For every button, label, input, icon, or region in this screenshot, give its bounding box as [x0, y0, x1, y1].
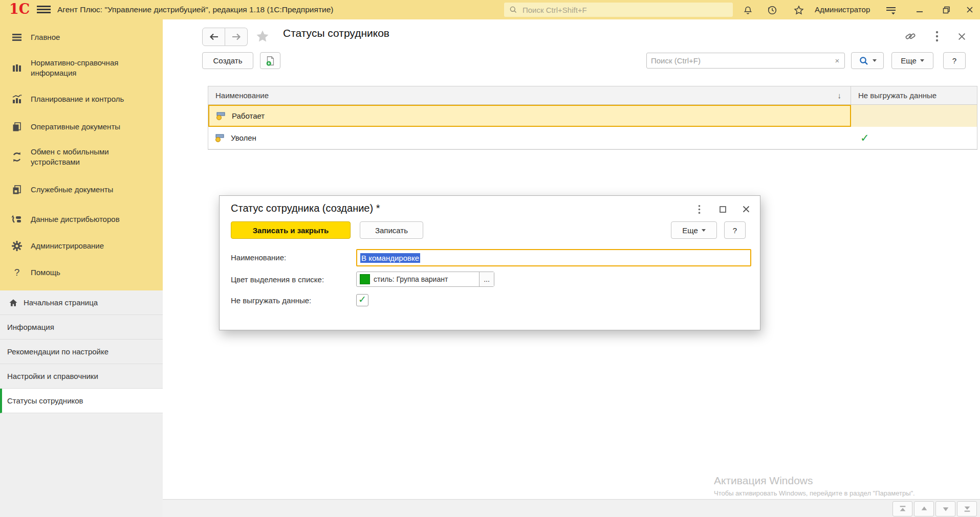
- history-icon[interactable]: [766, 4, 779, 17]
- sidebar-item-distributors-data[interactable]: Данные дистрибьюторов: [0, 206, 163, 233]
- cell-name[interactable]: Работает: [208, 105, 851, 127]
- new-document-icon: [265, 55, 276, 67]
- scroll-to-top-button[interactable]: [892, 501, 912, 516]
- dialog-more-menu-icon[interactable]: [692, 204, 706, 215]
- scroll-up-button[interactable]: [914, 501, 934, 516]
- minimize-icon[interactable]: [912, 3, 927, 16]
- chart-icon: [9, 93, 25, 105]
- sidebar-nav: Начальная страница Информация Рекомендац…: [0, 290, 163, 413]
- sidebar-item-main[interactable]: Главное: [0, 24, 163, 51]
- app-window: 1С Агент Плюс: "Управление дистрибуцией"…: [0, 0, 980, 517]
- column-header-no-upload[interactable]: Не выгружать данные: [851, 86, 977, 104]
- arrow-left-icon: [209, 33, 219, 41]
- cell-no-upload[interactable]: [851, 105, 977, 127]
- color-swatch: [360, 274, 370, 284]
- list-scroll-buttons: [892, 501, 977, 516]
- global-search-input[interactable]: [521, 5, 733, 15]
- more-button[interactable]: Еще: [891, 52, 933, 69]
- chevron-down-icon: [920, 59, 924, 62]
- color-choose-button[interactable]: ...: [479, 272, 494, 286]
- sidebar-item-label: Планирование и контроль: [31, 94, 124, 104]
- sidebar-item-operational-docs[interactable]: Оперативные документы: [0, 114, 163, 140]
- sidebar-item-employee-statuses[interactable]: Статусы сотрудников: [0, 389, 163, 413]
- sidebar-item-home[interactable]: Начальная страница: [0, 290, 163, 315]
- service-menu-icon[interactable]: [884, 4, 898, 17]
- table-header: Наименование ↓ Не выгружать данные: [208, 86, 977, 105]
- global-search[interactable]: [504, 3, 733, 17]
- list-search[interactable]: ×: [646, 53, 845, 69]
- cell-name[interactable]: Уволен: [208, 127, 851, 149]
- sidebar-item-label: Оперативные документы: [31, 122, 120, 132]
- column-header-label: Не выгружать данные: [858, 91, 937, 100]
- table-row[interactable]: Уволен ✓: [208, 127, 977, 149]
- close-panel-icon[interactable]: [954, 29, 969, 43]
- titlebar: 1С Агент Плюс: "Управление дистрибуцией"…: [0, 0, 980, 19]
- restore-icon[interactable]: [939, 3, 954, 16]
- name-field[interactable]: В командировке: [356, 249, 751, 266]
- scroll-to-bottom-button[interactable]: [957, 501, 977, 516]
- save-and-close-button[interactable]: Записать и закрыть: [231, 221, 351, 239]
- catalog-item-icon: [215, 111, 227, 121]
- sidebar-item-label: Обмен с мобильными устройствами: [31, 147, 154, 167]
- create-button[interactable]: Создать: [202, 52, 253, 69]
- no-upload-checkbox[interactable]: ✓: [356, 294, 368, 306]
- sidebar-item-help[interactable]: ? Помощь: [0, 259, 163, 286]
- help-button[interactable]: ?: [943, 52, 966, 69]
- 1c-logo: 1С: [9, 1, 30, 17]
- sidebar-item-mobile-exchange[interactable]: Обмен с мобильными устройствами: [0, 140, 163, 174]
- sidebar-item-label: Главное: [31, 32, 60, 42]
- dialog-more-button[interactable]: Еще: [671, 221, 717, 239]
- sidebar-item-administration[interactable]: Администрирование: [0, 233, 163, 259]
- chevron-down-icon: [702, 229, 706, 232]
- sidebar-item-setup-recommendations[interactable]: Рекомендации по настройке: [0, 340, 163, 364]
- nav-item-label: Статусы сотрудников: [7, 396, 83, 405]
- sidebar-item-planning-control[interactable]: Планирование и контроль: [0, 85, 163, 114]
- favorites-star-icon[interactable]: [792, 4, 805, 17]
- check-icon: ✓: [358, 295, 366, 304]
- dialog-maximize-icon[interactable]: [716, 204, 729, 215]
- sidebar-item-reference-info[interactable]: Нормативно-справочная информация: [0, 51, 163, 85]
- list-search-input[interactable]: [647, 56, 830, 65]
- back-button[interactable]: [202, 28, 225, 46]
- favorite-star-icon[interactable]: [255, 29, 270, 46]
- status-name: Работает: [232, 111, 265, 120]
- documents-icon: [9, 121, 25, 133]
- column-header-label: Наименование: [215, 91, 269, 100]
- clear-search-icon[interactable]: ×: [830, 56, 844, 65]
- nav-item-label: Настройки и справочники: [7, 372, 98, 380]
- dialog-help-button[interactable]: ?: [724, 221, 746, 239]
- scroll-down-button[interactable]: [935, 501, 955, 516]
- close-window-icon[interactable]: [962, 3, 977, 16]
- list-icon: [9, 31, 25, 43]
- search-settings-button[interactable]: [851, 52, 884, 69]
- sync-icon: [9, 151, 25, 163]
- column-header-name[interactable]: Наименование ↓: [208, 86, 851, 104]
- main-menu-icon[interactable]: [37, 6, 51, 14]
- save-button[interactable]: Записать: [360, 221, 423, 239]
- sidebar-item-settings-references[interactable]: Настройки и справочники: [0, 364, 163, 389]
- sidebar-item-label: Помощь: [31, 267, 60, 278]
- create-by-template-button[interactable]: [260, 52, 280, 69]
- sidebar-item-information[interactable]: Информация: [0, 315, 163, 340]
- notifications-bell-icon[interactable]: [741, 4, 754, 17]
- table-row[interactable]: Работает: [208, 105, 977, 127]
- color-field[interactable]: стиль: Группа вариант ...: [356, 272, 494, 287]
- sidebar-item-label: Данные дистрибьюторов: [31, 214, 120, 224]
- forward-button[interactable]: [225, 28, 248, 46]
- more-menu-icon[interactable]: [930, 29, 944, 43]
- arrow-right-icon: [231, 33, 242, 41]
- home-icon: [8, 298, 18, 308]
- search-icon: [509, 6, 517, 14]
- nav-item-label: Начальная страница: [24, 298, 98, 307]
- status-create-dialog: Статус сотрудника (создание) * Записать …: [219, 195, 760, 330]
- sidebar-item-service-docs[interactable]: Служебные документы: [0, 174, 163, 206]
- columns-icon: [9, 62, 25, 74]
- sidebar-item-label: Служебные документы: [31, 185, 113, 195]
- current-user[interactable]: Администратор: [815, 0, 870, 19]
- sort-desc-icon: ↓: [838, 91, 842, 100]
- cell-no-upload[interactable]: ✓: [851, 127, 977, 149]
- nav-item-label: Рекомендации по настройке: [7, 347, 108, 356]
- get-link-icon[interactable]: [903, 29, 918, 43]
- dialog-close-icon[interactable]: [739, 204, 753, 215]
- check-icon: ✓: [860, 132, 869, 143]
